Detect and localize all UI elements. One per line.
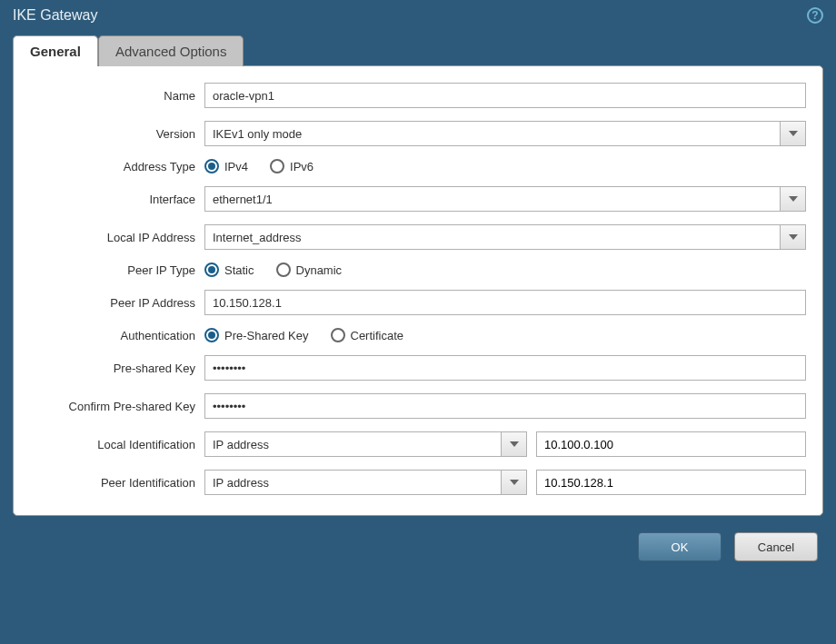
radio-psk-label: Pre-Shared Key [224,329,309,342]
radio-static-label: Static [224,263,254,277]
address-type-radio-group: IPv4 IPv6 [204,159,314,173]
ok-button-label: OK [672,540,689,554]
radio-dynamic-label: Dynamic [296,263,343,277]
version-value: IKEv1 only mode [205,122,780,145]
local-ip-label: Local IP Address [23,231,204,244]
radio-dynamic[interactable]: Dynamic [276,263,343,277]
confirm-psk-input[interactable] [204,393,806,419]
radio-static[interactable]: Static [204,263,254,277]
chevron-down-icon[interactable] [780,187,805,211]
titlebar: IKE Gateway ? [0,0,836,29]
dialog-title: IKE Gateway [13,7,97,24]
radio-cert-label: Certificate [351,329,404,342]
peer-ip-type-label: Peer IP Type [23,263,204,277]
chevron-down-icon[interactable] [780,225,805,249]
auth-radio-group: Pre-Shared Key Certificate [204,328,403,342]
confirm-psk-label: Confirm Pre-shared Key [23,400,204,413]
radio-icon [270,159,284,173]
local-ip-select[interactable]: Internet_address [204,224,806,250]
chevron-down-icon[interactable] [780,122,805,145]
ike-gateway-dialog: IKE Gateway ? General Advanced Options N… [0,0,836,644]
interface-select[interactable]: ethernet1/1 [204,186,806,212]
local-id-label: Local Identification [23,438,204,451]
local-ip-value: Internet_address [205,225,780,249]
cancel-button[interactable]: Cancel [734,532,818,561]
peer-id-type-select[interactable]: IP address [204,470,527,495]
tab-advanced-options[interactable]: Advanced Options [98,35,244,66]
psk-input[interactable] [204,355,806,381]
radio-ipv6-label: IPv6 [290,160,314,173]
tabbar: General Advanced Options [0,35,836,65]
radio-icon [204,328,219,342]
version-label: Version [23,127,204,141]
version-select[interactable]: IKEv1 only mode [204,121,806,146]
peer-ip-addr-label: Peer IP Address [23,296,204,310]
name-input[interactable] [204,83,806,108]
address-type-label: Address Type [23,160,204,173]
name-label: Name [23,89,204,103]
radio-psk[interactable]: Pre-Shared Key [204,328,309,342]
peer-ip-addr-input[interactable] [204,290,806,315]
tab-advanced-label: Advanced Options [115,44,227,59]
peer-id-label: Peer Identification [23,476,204,490]
auth-label: Authentication [23,329,204,342]
radio-icon [276,263,291,277]
chevron-down-icon[interactable] [501,432,526,456]
peer-ip-type-radio-group: Static Dynamic [204,263,342,277]
help-icon[interactable]: ? [807,7,823,24]
dialog-footer: OK Cancel [0,516,836,561]
local-id-type-select[interactable]: IP address [204,431,527,457]
tab-general[interactable]: General [13,35,98,66]
general-panel: Name Version IKEv1 only mode Address Typ… [13,65,823,516]
peer-id-value-input[interactable] [536,470,806,495]
chevron-down-icon[interactable] [501,471,526,494]
local-id-value-input[interactable] [536,431,806,457]
cancel-button-label: Cancel [758,540,794,554]
interface-value: ethernet1/1 [205,187,780,211]
radio-icon [204,159,219,173]
interface-label: Interface [23,193,204,206]
radio-ipv4-label: IPv4 [224,160,248,173]
radio-ipv6[interactable]: IPv6 [270,159,314,173]
peer-id-type-value: IP address [205,471,501,494]
radio-icon [204,263,219,277]
radio-certificate[interactable]: Certificate [331,328,404,342]
radio-icon [331,328,345,342]
local-id-type-value: IP address [205,432,501,456]
tab-general-label: General [30,44,81,59]
psk-label: Pre-shared Key [23,362,204,375]
ok-button[interactable]: OK [638,532,722,561]
radio-ipv4[interactable]: IPv4 [204,159,248,173]
